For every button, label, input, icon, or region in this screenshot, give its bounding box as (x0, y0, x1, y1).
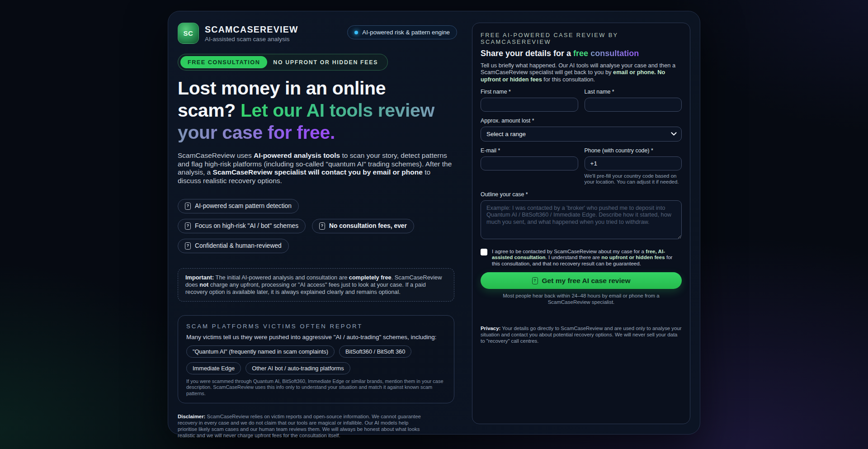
hero-intro: ScamCaseReview uses AI-powered analysis … (178, 151, 454, 185)
consent-row: I agree to be contacted by ScamCaseRevie… (481, 248, 682, 266)
outline-case-label: Outline your case * (481, 191, 682, 198)
outline-case-textarea[interactable] (481, 200, 682, 239)
headline-line-2-gradient: Let our AI tools review (241, 100, 434, 121)
submit-button-label: Get my free AI case review (542, 277, 631, 285)
engine-badge: AI-powered risk & pattern engine (347, 25, 457, 39)
left-column: SC SCAMCASEREVIEW AI-assisted scam case … (178, 23, 457, 444)
feature-chips: AI-powered scam pattern detection Focus … (178, 199, 431, 253)
brand-tagline: AI-assisted scam case analysis (205, 36, 298, 43)
consent-label: I agree to be contacted by ScamCaseRevie… (492, 248, 682, 266)
important-note: Important: The initial AI-powered analys… (178, 268, 454, 302)
phone-label: Phone (with country code) * (585, 147, 682, 154)
last-name-label: Last name * (585, 89, 682, 95)
amount-lost-label: Approx. amount lost * (481, 118, 682, 124)
headline-line-3: your case for free. (178, 122, 457, 144)
free-consultation-pill: FREE CONSULTATION (180, 56, 267, 68)
email-label: E-mail * (481, 147, 578, 154)
first-name-input[interactable] (481, 98, 578, 112)
response-time-note: Most people hear back within 24–48 hours… (484, 293, 679, 305)
platform-chip-quantum-ai: "Quantum AI" (frequently named in scam c… (186, 345, 335, 358)
no-fees-pill: NO UPFRONT OR HIDDEN FEES (267, 59, 385, 66)
hero-pills: FREE CONSULTATION NO UPFRONT OR HIDDEN F… (178, 54, 388, 71)
brand-title: SCAMCASEREVIEW (205, 24, 298, 34)
privacy-note: Privacy: Your details go directly to Sca… (481, 325, 682, 344)
feature-chip-confidential: Confidential & human-reviewed (178, 239, 289, 253)
missing-glyph-icon (185, 222, 191, 230)
email-input[interactable] (481, 156, 578, 170)
brand-logo-initials: SC (184, 29, 193, 37)
form-title: Share your details for a free consultati… (481, 49, 682, 58)
feature-chip-pattern-detection: AI-powered scam pattern detection (178, 199, 299, 213)
platforms-title: SCAM PLATFORMS VICTIMS OFTEN REPORT (186, 323, 446, 330)
feature-chip-label: Confidential & human-reviewed (195, 242, 282, 249)
main-card: SC SCAMCASEREVIEW AI-assisted scam case … (168, 11, 700, 435)
headline-line-2: scam?Let our AI tools review (178, 99, 457, 122)
first-name-label: First name * (481, 89, 578, 95)
feature-chip-high-risk-schemes: Focus on high-risk "AI / bot" schemes (178, 219, 306, 233)
platform-chip-immediate-edge: Immediate Edge (186, 362, 241, 374)
feature-chip-no-fees: No consultation fees, ever (312, 219, 414, 233)
form-intro: Tell us briefly what happened. Our AI to… (481, 62, 682, 83)
disclaimer: Disclaimer: ScamCaseReview relies on vic… (178, 413, 425, 439)
header: SC SCAMCASEREVIEW AI-assisted scam case … (178, 23, 457, 44)
phone-input[interactable] (585, 156, 682, 170)
feature-chip-label: No consultation fees, ever (329, 222, 407, 229)
last-name-input[interactable] (585, 98, 682, 112)
missing-glyph-icon (185, 242, 191, 250)
missing-glyph-icon (185, 203, 191, 210)
headline-line-1: Lost money in an online (178, 77, 457, 99)
case-review-form: FREE AI-POWERED CASE REVIEW BY SCAMCASER… (472, 23, 690, 424)
consent-checkbox[interactable] (481, 249, 487, 255)
missing-glyph-icon (532, 277, 538, 284)
feature-chip-label: AI-powered scam pattern detection (195, 203, 292, 209)
brand-logo: SC (178, 23, 199, 44)
platform-chip-other: Other AI bot / auto-trading platforms (245, 362, 350, 374)
platform-chip-bitsoft360: BitSoft360 / BitSoft 360 (339, 345, 411, 358)
status-dot-icon (354, 31, 358, 34)
missing-glyph-icon (319, 222, 325, 230)
headline-line-3-gradient: your case for free. (178, 122, 335, 143)
phone-hint: We'll pre-fill your country code based o… (585, 173, 682, 185)
platforms-note: If you were scammed through Quantum AI, … (186, 378, 446, 397)
platforms-section: SCAM PLATFORMS VICTIMS OFTEN REPORT Many… (178, 315, 454, 404)
submit-button[interactable]: Get my free AI case review (481, 272, 682, 289)
platform-chips: "Quantum AI" (frequently named in scam c… (186, 345, 446, 374)
hero-headline: Lost money in an online scam?Let our AI … (178, 77, 457, 144)
form-kicker: FREE AI-POWERED CASE REVIEW BY SCAMCASER… (481, 32, 682, 45)
amount-lost-select[interactable]: Select a range (481, 127, 682, 142)
feature-chip-label: Focus on high-risk "AI / bot" schemes (195, 222, 298, 229)
headline-line-2-white: scam? (178, 100, 236, 121)
engine-badge-label: AI-powered risk & pattern engine (362, 29, 450, 36)
platforms-intro: Many victims tell us they were pushed in… (186, 334, 446, 340)
